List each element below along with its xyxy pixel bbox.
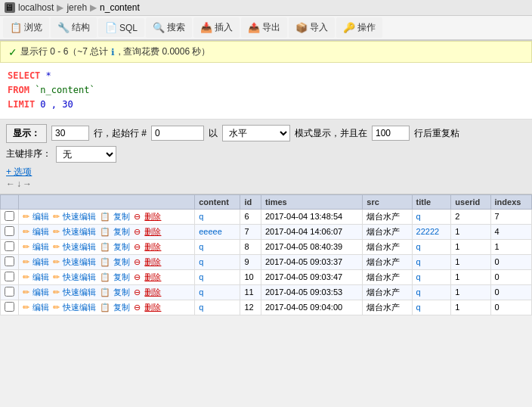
quick-edit-link[interactable]: 快速编辑 (63, 287, 96, 297)
copy-link[interactable]: 复制 (113, 272, 130, 281)
arrow-left[interactable]: ← (6, 179, 15, 189)
cell-indexs: 0 (490, 254, 531, 269)
col-header-src[interactable]: src (363, 194, 412, 209)
row-checkbox[interactable] (5, 302, 14, 312)
edit-link[interactable]: 编辑 (32, 227, 49, 236)
quick-edit-icon[interactable]: ✏ (53, 227, 60, 236)
quick-edit-link[interactable]: 快速编辑 (63, 212, 96, 221)
col-header-times[interactable]: times (261, 194, 362, 209)
tab-operations[interactable]: 🔑 操作 (336, 17, 382, 38)
edit-pencil-icon[interactable]: ✏ (23, 287, 29, 297)
delete-link[interactable]: 删除 (143, 303, 162, 312)
repeat-rows-input[interactable] (372, 126, 410, 141)
display-button[interactable]: 显示： (6, 124, 47, 143)
tab-import[interactable]: 📦 导入 (289, 17, 335, 38)
row-checkbox[interactable] (5, 241, 14, 251)
delete-link[interactable]: 删除 (143, 287, 162, 297)
cell-indexs: 7 (490, 209, 531, 224)
row-checkbox[interactable] (5, 287, 14, 297)
col-header-userid[interactable]: userid (451, 194, 490, 209)
edit-link[interactable]: 编辑 (32, 212, 49, 221)
col-header-title[interactable]: title (412, 194, 451, 209)
edit-link[interactable]: 编辑 (32, 242, 49, 251)
col-header-id[interactable]: id (240, 194, 261, 209)
edit-link[interactable]: 编辑 (32, 287, 49, 297)
copy-link[interactable]: 复制 (113, 257, 130, 266)
quick-edit-icon[interactable]: ✏ (53, 287, 60, 297)
copy-icon[interactable]: 📋 (100, 287, 110, 297)
delete-link[interactable]: 删除 (143, 227, 162, 236)
delete-link[interactable]: 删除 (143, 257, 162, 266)
edit-pencil-icon[interactable]: ✏ (23, 227, 29, 236)
arrow-down[interactable]: ↓ (17, 179, 21, 189)
edit-link[interactable]: 编辑 (32, 303, 49, 312)
quick-edit-icon[interactable]: ✏ (53, 303, 60, 312)
row-checkbox[interactable] (5, 272, 14, 281)
quick-edit-icon[interactable]: ✏ (53, 257, 60, 266)
row-checkbox[interactable] (5, 211, 14, 221)
quick-edit-link[interactable]: 快速编辑 (63, 303, 96, 312)
cell-content-link[interactable]: q (199, 303, 203, 312)
edit-link[interactable]: 编辑 (32, 272, 49, 281)
mode-select[interactable]: 水平 垂直 (222, 125, 290, 141)
delete-link[interactable]: 删除 (143, 212, 162, 221)
cell-title-link[interactable]: q (416, 272, 421, 281)
breadcrumb-server[interactable]: localhost (18, 2, 54, 13)
tab-structure[interactable]: 🔧 结构 (51, 17, 97, 38)
copy-icon[interactable]: 📋 (100, 242, 110, 251)
copy-link[interactable]: 复制 (113, 287, 130, 297)
copy-icon[interactable]: 📋 (100, 227, 110, 236)
quick-edit-link[interactable]: 快速编辑 (63, 257, 96, 266)
col-header-content[interactable]: content (195, 194, 240, 209)
cell-title-link[interactable]: q (416, 212, 421, 221)
quick-edit-icon[interactable]: ✏ (53, 242, 60, 251)
cell-content-link[interactable]: q (199, 242, 203, 251)
cell-content-link[interactable]: eeeee (199, 227, 222, 236)
quick-edit-icon[interactable]: ✏ (53, 272, 60, 281)
cell-title-link[interactable]: q (416, 242, 421, 251)
cell-title-link[interactable]: q (416, 303, 421, 312)
cell-content-link[interactable]: q (199, 257, 203, 266)
delete-link[interactable]: 删除 (143, 272, 162, 281)
cell-title-link[interactable]: q (416, 257, 421, 266)
options-link[interactable]: + 选项 (6, 166, 32, 177)
edit-pencil-icon[interactable]: ✏ (23, 212, 29, 221)
arrow-right[interactable]: → (23, 179, 32, 189)
copy-icon[interactable]: 📋 (100, 303, 110, 312)
copy-icon[interactable]: 📋 (100, 212, 110, 221)
tab-browse[interactable]: 📋 浏览 (3, 17, 49, 38)
tab-sql[interactable]: 📄 SQL (98, 18, 144, 37)
edit-pencil-icon[interactable]: ✏ (23, 257, 29, 266)
quick-edit-link[interactable]: 快速编辑 (63, 227, 96, 236)
cell-title-link[interactable]: 22222 (416, 227, 440, 236)
quick-edit-link[interactable]: 快速编辑 (63, 272, 96, 281)
copy-link[interactable]: 复制 (113, 242, 130, 251)
cell-content-link[interactable]: q (199, 272, 203, 281)
cell-title-link[interactable]: q (416, 287, 421, 297)
edit-link[interactable]: 编辑 (32, 257, 49, 266)
copy-link[interactable]: 复制 (113, 303, 130, 312)
cell-content-link[interactable]: q (199, 212, 203, 221)
tab-export[interactable]: 📤 导出 (241, 17, 287, 38)
tab-search[interactable]: 🔍 搜索 (146, 17, 192, 38)
tab-insert[interactable]: 📥 插入 (193, 17, 240, 38)
row-checkbox-cell (1, 239, 19, 254)
copy-link[interactable]: 复制 (113, 212, 130, 221)
quick-edit-link[interactable]: 快速编辑 (63, 242, 96, 251)
col-header-indexs[interactable]: indexs (490, 194, 531, 209)
edit-pencil-icon[interactable]: ✏ (23, 272, 29, 281)
edit-pencil-icon[interactable]: ✏ (23, 242, 29, 251)
delete-link[interactable]: 删除 (143, 242, 162, 251)
start-row-input[interactable] (151, 126, 204, 141)
edit-pencil-icon[interactable]: ✏ (23, 303, 29, 312)
rows-per-page-input[interactable] (51, 126, 89, 141)
breadcrumb-db[interactable]: jereh (66, 2, 87, 13)
copy-icon[interactable]: 📋 (100, 257, 110, 266)
quick-edit-icon[interactable]: ✏ (53, 212, 60, 221)
row-checkbox[interactable] (5, 226, 14, 236)
row-checkbox[interactable] (5, 256, 14, 266)
copy-link[interactable]: 复制 (113, 227, 130, 236)
copy-icon[interactable]: 📋 (100, 272, 110, 281)
cell-content-link[interactable]: q (199, 287, 203, 297)
sort-select[interactable]: 无 ASC DESC (56, 146, 116, 163)
